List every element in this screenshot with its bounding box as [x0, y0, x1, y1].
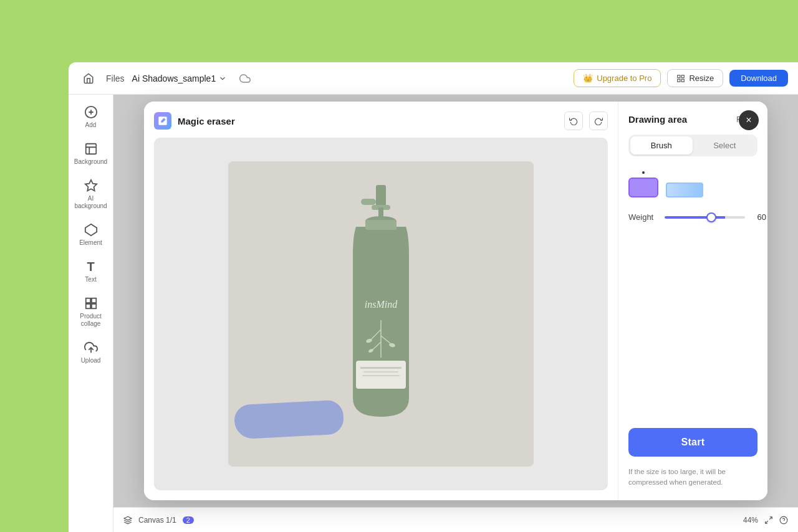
download-button[interactable]: Download [729, 70, 788, 87]
svg-marker-8 [85, 180, 96, 191]
svg-rect-13 [91, 304, 95, 308]
brush-swatch-blue[interactable] [666, 183, 703, 197]
image-canvas[interactable]: insMind [154, 138, 608, 490]
brush-dot-small [642, 171, 645, 174]
weight-value: 60 [751, 212, 766, 222]
cloud-icon [239, 73, 251, 84]
text-icon: T [84, 259, 99, 274]
svg-rect-25 [365, 220, 397, 230]
sidebar-item-upload[interactable]: Upload [72, 335, 110, 369]
weight-control: Weight 60 [628, 212, 757, 222]
sidebar-item-add-label: Add [85, 121, 97, 129]
panel-header: Drawing area Reset [628, 114, 757, 125]
sidebar-item-background-label: Background [74, 158, 107, 166]
modal-title: Magic eraser [178, 116, 235, 126]
svg-rect-20 [376, 185, 386, 207]
zoom-level: 44% [743, 516, 758, 525]
svg-rect-3 [678, 79, 680, 82]
topbar-right: 👑 Upgrade to Pro Resize Download [574, 69, 788, 87]
tool-toggle: Brush Select [628, 135, 757, 156]
sidebar-item-ai-bg-label: AI background [74, 195, 107, 210]
ai-background-icon [84, 178, 99, 193]
product-collage-icon [84, 296, 99, 311]
help-icon[interactable] [779, 516, 788, 525]
weight-label: Weight [628, 212, 658, 222]
svg-line-16 [769, 516, 772, 519]
redo-button[interactable] [589, 112, 608, 130]
undo-button[interactable] [564, 112, 583, 130]
project-name[interactable]: Ai Shadows_sample1 [132, 74, 228, 83]
svg-rect-35 [360, 367, 401, 369]
svg-rect-7 [85, 144, 96, 154]
modal-close-button[interactable]: × [739, 110, 759, 130]
select-tool-button[interactable]: Select [694, 136, 756, 154]
svg-rect-11 [91, 298, 95, 303]
panel-title: Drawing area [628, 114, 687, 125]
svg-rect-10 [85, 298, 90, 303]
upload-icon [84, 340, 99, 355]
resize-icon [676, 74, 685, 83]
svg-marker-9 [85, 224, 96, 235]
upgrade-button[interactable]: 👑 Upgrade to Pro [574, 69, 661, 87]
brush-swatch-purple[interactable] [628, 178, 658, 197]
files-nav[interactable]: Files [106, 74, 125, 83]
canvas-count: 2 [183, 516, 194, 524]
brush-tool-button[interactable]: Brush [630, 136, 693, 154]
start-button[interactable]: Start [628, 428, 757, 457]
svg-rect-26 [356, 361, 406, 389]
modal-toolbar: Magic eraser [154, 112, 608, 130]
svg-line-17 [766, 521, 768, 523]
sidebar-item-background[interactable]: Background [72, 136, 110, 171]
drawing-area-panel: Drawing area Reset Brush Select [618, 102, 767, 500]
magic-eraser-modal: × Magic eraser [144, 102, 767, 500]
weight-slider[interactable] [665, 216, 745, 219]
brush-stroke-overlay [234, 399, 345, 439]
svg-rect-2 [682, 79, 685, 82]
modal-canvas-area: Magic eraser [144, 102, 618, 500]
bottle-image: insMind [228, 161, 534, 467]
sidebar-item-text[interactable]: T Text [72, 254, 110, 288]
large-brush-preview [666, 183, 703, 197]
small-brush-preview [628, 171, 658, 197]
panel-note: If the size is too large, it will be com… [628, 467, 757, 488]
element-icon [84, 222, 99, 237]
sidebar: Add Background AI background Element T T… [69, 95, 113, 532]
brush-options [628, 166, 757, 202]
svg-text:insMind: insMind [365, 299, 398, 310]
svg-marker-15 [124, 516, 132, 520]
topbar-actions [239, 73, 251, 84]
layers-icon[interactable] [123, 516, 132, 525]
canvas-label: Canvas 1/1 [138, 516, 176, 525]
sidebar-item-upload-label: Upload [81, 357, 101, 364]
background-icon [84, 141, 99, 156]
sidebar-item-ai-background[interactable]: AI background [72, 173, 110, 215]
fit-icon[interactable] [764, 516, 773, 525]
magic-eraser-icon [154, 112, 171, 130]
sidebar-item-element[interactable]: Element [72, 217, 110, 252]
home-button[interactable] [79, 69, 99, 88]
sidebar-item-text-label: Text [85, 276, 96, 283]
bottombar: Canvas 1/1 2 44% [113, 507, 798, 532]
topbar: Files Ai Shadows_sample1 👑 Upgrade to Pr… [69, 62, 798, 95]
svg-rect-36 [363, 371, 398, 373]
sidebar-item-element-label: Element [79, 239, 102, 247]
svg-rect-22 [361, 199, 376, 205]
add-icon [84, 105, 99, 120]
sidebar-item-add[interactable]: Add [72, 100, 110, 134]
sidebar-item-product-collage[interactable]: Product collage [72, 291, 110, 333]
sidebar-item-product-collage-label: Product collage [76, 313, 106, 328]
resize-button[interactable]: Resize [667, 69, 723, 87]
svg-rect-12 [85, 304, 90, 308]
svg-rect-37 [362, 375, 400, 376]
svg-rect-0 [678, 75, 680, 77]
svg-rect-1 [682, 75, 685, 77]
modal-overlay: × Magic eraser [113, 95, 798, 507]
